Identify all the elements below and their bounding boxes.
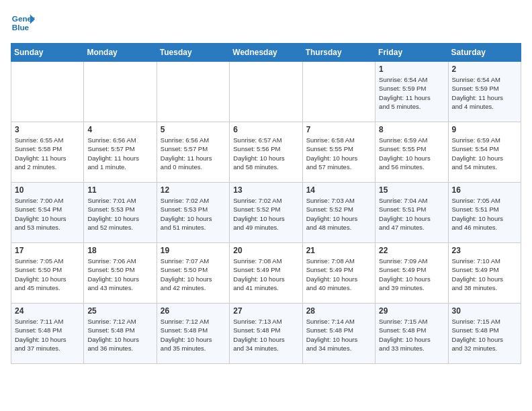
- calendar-cell: 15Sunrise: 7:04 AM Sunset: 5:51 PM Dayli…: [375, 183, 448, 243]
- weekday-header-sunday: Sunday: [11, 44, 84, 62]
- day-number: 18: [87, 246, 152, 255]
- calendar-cell: 27Sunrise: 7:13 AM Sunset: 5:48 PM Dayli…: [230, 304, 302, 364]
- calendar-table: SundayMondayTuesdayWednesdayThursdayFrid…: [11, 43, 521, 364]
- calendar-cell: [302, 62, 375, 122]
- day-info: Sunrise: 7:09 AM Sunset: 5:49 PM Dayligh…: [379, 257, 444, 292]
- day-info: Sunrise: 7:13 AM Sunset: 5:48 PM Dayligh…: [233, 317, 298, 353]
- calendar-cell: 25Sunrise: 7:12 AM Sunset: 5:48 PM Dayli…: [84, 304, 157, 364]
- day-info: Sunrise: 7:01 AM Sunset: 5:53 PM Dayligh…: [87, 196, 152, 232]
- day-number: 24: [15, 306, 80, 316]
- day-info: Sunrise: 7:10 AM Sunset: 5:49 PM Dayligh…: [452, 257, 517, 292]
- calendar-cell: 17Sunrise: 7:05 AM Sunset: 5:50 PM Dayli…: [11, 243, 84, 304]
- calendar-week-1: 1Sunrise: 6:54 AM Sunset: 5:59 PM Daylig…: [11, 62, 521, 122]
- calendar-cell: 2Sunrise: 6:54 AM Sunset: 5:59 PM Daylig…: [448, 62, 521, 122]
- day-info: Sunrise: 7:07 AM Sunset: 5:50 PM Dayligh…: [161, 257, 226, 292]
- day-info: Sunrise: 6:57 AM Sunset: 5:56 PM Dayligh…: [233, 136, 298, 171]
- calendar-cell: 16Sunrise: 7:05 AM Sunset: 5:51 PM Dayli…: [448, 183, 521, 243]
- calendar-cell: [84, 62, 157, 122]
- day-number: 15: [379, 185, 444, 195]
- calendar-cell: 5Sunrise: 6:56 AM Sunset: 5:57 PM Daylig…: [157, 122, 229, 183]
- day-number: 7: [306, 125, 371, 134]
- logo-icon: General Blue: [11, 11, 35, 35]
- calendar-cell: 10Sunrise: 7:00 AM Sunset: 5:54 PM Dayli…: [11, 183, 84, 243]
- day-number: 26: [161, 306, 226, 316]
- calendar-cell: 26Sunrise: 7:12 AM Sunset: 5:48 PM Dayli…: [157, 304, 229, 364]
- calendar-week-2: 3Sunrise: 6:55 AM Sunset: 5:58 PM Daylig…: [11, 122, 521, 183]
- calendar-cell: 4Sunrise: 6:56 AM Sunset: 5:57 PM Daylig…: [84, 122, 157, 183]
- calendar-cell: [157, 62, 229, 122]
- calendar-cell: 20Sunrise: 7:08 AM Sunset: 5:49 PM Dayli…: [230, 243, 302, 304]
- day-info: Sunrise: 7:12 AM Sunset: 5:48 PM Dayligh…: [87, 317, 152, 353]
- day-number: 14: [306, 185, 371, 195]
- day-info: Sunrise: 6:54 AM Sunset: 5:59 PM Dayligh…: [379, 75, 444, 111]
- calendar-cell: [230, 62, 302, 122]
- day-number: 8: [379, 125, 444, 134]
- day-info: Sunrise: 7:00 AM Sunset: 5:54 PM Dayligh…: [15, 196, 80, 232]
- day-number: 29: [379, 306, 444, 316]
- day-number: 30: [452, 306, 517, 316]
- day-number: 4: [87, 125, 152, 134]
- day-number: 2: [452, 64, 517, 74]
- calendar-cell: 18Sunrise: 7:06 AM Sunset: 5:50 PM Dayli…: [84, 243, 157, 304]
- day-info: Sunrise: 6:54 AM Sunset: 5:59 PM Dayligh…: [452, 75, 517, 111]
- day-info: Sunrise: 7:06 AM Sunset: 5:50 PM Dayligh…: [87, 257, 152, 292]
- weekday-header-thursday: Thursday: [302, 44, 375, 62]
- day-number: 13: [233, 185, 298, 195]
- calendar-cell: 23Sunrise: 7:10 AM Sunset: 5:49 PM Dayli…: [448, 243, 521, 304]
- day-info: Sunrise: 7:15 AM Sunset: 5:48 PM Dayligh…: [379, 317, 444, 353]
- calendar-cell: 28Sunrise: 7:14 AM Sunset: 5:48 PM Dayli…: [302, 304, 375, 364]
- day-number: 3: [15, 125, 80, 134]
- day-info: Sunrise: 7:08 AM Sunset: 5:49 PM Dayligh…: [233, 257, 298, 292]
- calendar-cell: 1Sunrise: 6:54 AM Sunset: 5:59 PM Daylig…: [375, 62, 448, 122]
- day-info: Sunrise: 7:14 AM Sunset: 5:48 PM Dayligh…: [306, 317, 371, 353]
- weekday-header-monday: Monday: [84, 44, 157, 62]
- weekday-header-friday: Friday: [375, 44, 448, 62]
- calendar-cell: 7Sunrise: 6:58 AM Sunset: 5:55 PM Daylig…: [302, 122, 375, 183]
- calendar-cell: 29Sunrise: 7:15 AM Sunset: 5:48 PM Dayli…: [375, 304, 448, 364]
- day-number: 16: [452, 185, 517, 195]
- calendar-cell: 21Sunrise: 7:08 AM Sunset: 5:49 PM Dayli…: [302, 243, 375, 304]
- calendar-cell: 3Sunrise: 6:55 AM Sunset: 5:58 PM Daylig…: [11, 122, 84, 183]
- day-number: 1: [379, 64, 444, 74]
- calendar-cell: 12Sunrise: 7:02 AM Sunset: 5:53 PM Dayli…: [157, 183, 229, 243]
- weekday-header-wednesday: Wednesday: [230, 44, 302, 62]
- calendar-cell: [11, 62, 84, 122]
- day-info: Sunrise: 6:58 AM Sunset: 5:55 PM Dayligh…: [306, 136, 371, 171]
- day-number: 28: [306, 306, 371, 316]
- calendar-cell: 24Sunrise: 7:11 AM Sunset: 5:48 PM Dayli…: [11, 304, 84, 364]
- logo: General Blue: [11, 11, 35, 35]
- day-number: 17: [15, 246, 80, 255]
- day-info: Sunrise: 7:08 AM Sunset: 5:49 PM Dayligh…: [306, 257, 371, 292]
- day-info: Sunrise: 7:03 AM Sunset: 5:52 PM Dayligh…: [306, 196, 371, 232]
- day-info: Sunrise: 7:12 AM Sunset: 5:48 PM Dayligh…: [161, 317, 226, 353]
- day-info: Sunrise: 7:02 AM Sunset: 5:52 PM Dayligh…: [233, 196, 298, 232]
- calendar-week-5: 24Sunrise: 7:11 AM Sunset: 5:48 PM Dayli…: [11, 304, 521, 364]
- day-number: 25: [87, 306, 152, 316]
- calendar-cell: 22Sunrise: 7:09 AM Sunset: 5:49 PM Dayli…: [375, 243, 448, 304]
- day-number: 23: [452, 246, 517, 255]
- page-header: General Blue: [11, 11, 521, 35]
- day-number: 21: [306, 246, 371, 255]
- day-info: Sunrise: 6:56 AM Sunset: 5:57 PM Dayligh…: [161, 136, 226, 171]
- calendar-cell: 13Sunrise: 7:02 AM Sunset: 5:52 PM Dayli…: [230, 183, 302, 243]
- calendar-cell: 9Sunrise: 6:59 AM Sunset: 5:54 PM Daylig…: [448, 122, 521, 183]
- day-number: 19: [161, 246, 226, 255]
- day-number: 22: [379, 246, 444, 255]
- day-info: Sunrise: 7:02 AM Sunset: 5:53 PM Dayligh…: [161, 196, 226, 232]
- day-number: 9: [452, 125, 517, 134]
- day-number: 20: [233, 246, 298, 255]
- day-info: Sunrise: 6:59 AM Sunset: 5:55 PM Dayligh…: [379, 136, 444, 171]
- day-info: Sunrise: 6:55 AM Sunset: 5:58 PM Dayligh…: [15, 136, 80, 171]
- day-info: Sunrise: 6:59 AM Sunset: 5:54 PM Dayligh…: [452, 136, 517, 171]
- calendar-cell: 30Sunrise: 7:15 AM Sunset: 5:48 PM Dayli…: [448, 304, 521, 364]
- day-info: Sunrise: 7:05 AM Sunset: 5:50 PM Dayligh…: [15, 257, 80, 292]
- day-number: 11: [87, 185, 152, 195]
- day-number: 6: [233, 125, 298, 134]
- calendar-cell: 14Sunrise: 7:03 AM Sunset: 5:52 PM Dayli…: [302, 183, 375, 243]
- calendar-week-3: 10Sunrise: 7:00 AM Sunset: 5:54 PM Dayli…: [11, 183, 521, 243]
- day-number: 27: [233, 306, 298, 316]
- day-info: Sunrise: 7:15 AM Sunset: 5:48 PM Dayligh…: [452, 317, 517, 353]
- day-number: 5: [161, 125, 226, 134]
- calendar-cell: 11Sunrise: 7:01 AM Sunset: 5:53 PM Dayli…: [84, 183, 157, 243]
- day-info: Sunrise: 7:04 AM Sunset: 5:51 PM Dayligh…: [379, 196, 444, 232]
